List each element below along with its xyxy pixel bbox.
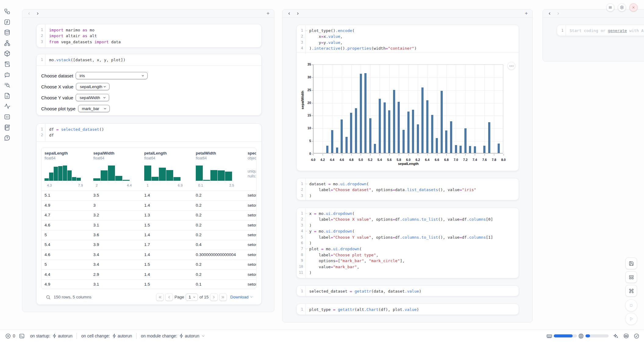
table-row[interactable]: 53.61.40.2setosa [41,230,256,240]
dataframe-table: sepalLengthfloat644.37.9sepalWidthfloat6… [41,148,256,289]
search-icon[interactable] [46,295,51,300]
page-select[interactable]: 1 [186,294,198,301]
dropdown-select[interactable]: iris [76,72,148,79]
chart-bar [421,87,424,153]
cell-imports[interactable]: 1import marimo as mo2import altair as al… [36,24,262,48]
help-icon[interactable] [4,135,10,141]
scratchpad-icon[interactable] [4,124,10,131]
prev-page-button[interactable] [165,293,173,301]
table-cell: 3.1 [93,282,99,286]
column-prev-button[interactable] [25,10,33,16]
chart-bar [431,115,433,153]
settings-button[interactable] [618,3,626,12]
table-row[interactable]: 4.931.40.2setosa [41,200,256,210]
column-header[interactable]: petalLength [144,151,167,155]
histogram-bar [159,168,166,181]
table-row[interactable]: 4.93.11.50.1setosa [41,280,256,289]
column-dtype: float64 [144,156,155,160]
sidebar [0,0,18,330]
column-histogram[interactable] [144,165,181,181]
table-row[interactable]: 53.41.50.2setosa [41,260,256,269]
snippets-icon[interactable] [4,114,10,120]
histogram-bar [144,166,151,181]
chevron-down-icon [103,85,106,88]
download-button[interactable]: Download [230,295,253,299]
column-next-button[interactable] [293,10,302,16]
function-icon[interactable] [4,19,10,25]
database-icon[interactable] [4,29,10,36]
code-line: 7plot = mo.ui.dropdown( [297,246,519,252]
save-button[interactable] [625,258,637,269]
errors-icon[interactable] [5,333,11,339]
package-icon[interactable] [4,50,10,57]
last-page-button[interactable] [219,293,227,301]
add-cell-button[interactable]: + [265,10,271,16]
stop-button[interactable] [625,299,637,312]
column-header[interactable]: species [248,151,256,155]
file-tree-icon[interactable] [4,8,10,15]
chart-bar [445,130,447,153]
tracing-icon[interactable] [4,103,10,109]
column-prev-button[interactable] [545,10,554,16]
dropdown-select[interactable]: sepalLength [76,83,109,90]
run-config-item[interactable]: on module change:autorun [141,333,205,338]
close-button[interactable] [629,3,638,12]
table-cell: 4.7 [45,213,50,217]
dependency-graph-icon[interactable] [4,40,10,46]
command-palette-button[interactable] [625,285,637,297]
altair-bar-chart[interactable]: 4.04.24.44.64.85.05.25.45.65.86.06.26.46… [313,64,503,154]
column-histogram[interactable] [45,165,81,181]
cell-new-empty[interactable]: 1Start coding or generate with AI [557,25,644,36]
cell-vstack[interactable]: 1mo.vstack([dataset, x, y, plot]) Choose… [36,54,262,116]
column-next-button[interactable] [554,10,562,16]
chart-menu-button[interactable] [507,62,515,70]
column-next-button[interactable] [33,10,42,16]
column-header[interactable]: petalWidth [196,151,216,155]
run-config-item[interactable]: on cell change:autorun [81,333,132,338]
cell-chart[interactable]: 1plot_type().encode(2 x=x.value,3 y=y.va… [296,25,519,171]
dropdown-select[interactable]: mark_bar [78,105,110,112]
table-row[interactable]: 4.63.41.40.3000000000000004setosa [41,250,256,259]
table-row[interactable]: 4.42.91.40.2setosa [41,269,256,279]
column-dtype: object [248,156,256,160]
column-histogram[interactable] [93,165,130,181]
document-icon[interactable] [4,93,10,99]
run-button[interactable] [625,313,637,325]
copilot-icon[interactable] [623,333,629,339]
cell-dataset-dropdown[interactable]: 1dataset = mo.ui.dropdown(2 label="Choos… [296,178,519,200]
fold-chevron-icon [305,248,308,250]
layout-button[interactable] [625,271,637,283]
table-row[interactable]: 5.13.51.40.2setosa [41,191,256,200]
column-stat: nulls: [248,174,256,178]
table-row[interactable]: 4.63.11.50.2setosa [41,220,256,230]
cell-xy-plot-dropdowns[interactable]: 1x = mo.ui.dropdown(2 label="Choose X va… [296,208,519,278]
next-page-button[interactable] [210,293,218,301]
histogram-bar [203,180,210,181]
add-cell-button[interactable]: + [523,10,529,16]
dropdown-select[interactable]: sepalWidth [76,94,109,101]
code-line: 2import altair as alt [37,33,261,39]
first-page-button[interactable] [156,293,164,301]
terminal-button[interactable] [19,333,25,339]
script-log-icon[interactable] [4,61,10,67]
connection-status-icon[interactable] [634,333,639,339]
ai-sparkle-icon[interactable] [613,333,619,339]
run-config-item[interactable]: on startup:autorun [30,333,73,338]
menu-button[interactable] [606,3,614,12]
column-prev-button[interactable] [285,10,293,16]
table-row[interactable]: 5.43.91.70.4setosa [41,240,256,250]
column-header[interactable]: sepalLength [45,151,68,155]
logs-search-icon[interactable] [4,82,10,88]
table-cell: 0.2 [196,213,202,217]
cell-plot-type[interactable]: 1plot_type = getattr(alt.Chart(df), plot… [296,304,519,315]
column-header[interactable]: sepalWidth [93,151,114,155]
cell-selected-dataset[interactable]: 1selected_dataset = getattr(data, datase… [296,285,519,296]
cell-dataframe[interactable]: 1df = selected_dataset()2df sepalLengthf… [36,123,262,305]
table-row[interactable]: 4.73.21.30.2setosa [41,210,256,220]
table-cell: 3.1 [93,223,99,227]
chart-bar [326,146,328,153]
table-cell: 1.7 [144,242,150,247]
chat-bot-icon[interactable] [4,72,10,78]
column-histogram[interactable] [196,165,232,181]
error-count: 0 [13,333,15,338]
